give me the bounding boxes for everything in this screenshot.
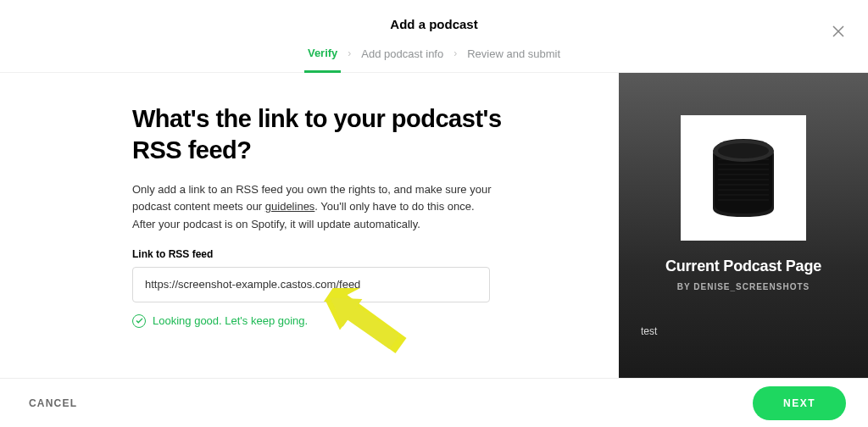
validation-row: Looking good. Let's keep going. <box>132 314 585 328</box>
modal-footer: CANCEL NEXT <box>0 378 868 427</box>
step-review: Review and submit <box>464 42 564 65</box>
form-panel: What's the link to your podcast's RSS fe… <box>0 73 619 395</box>
microphone-shield-image <box>696 130 791 225</box>
chevron-right-icon: › <box>453 47 457 59</box>
next-button[interactable]: NEXT <box>753 386 846 420</box>
step-verify[interactable]: Verify <box>304 42 341 73</box>
podcast-artwork <box>681 115 806 241</box>
check-circle-icon <box>132 314 146 328</box>
modal-title: Add a podcast <box>0 17 868 31</box>
step-add-info: Add podcast info <box>358 42 447 65</box>
form-description: Only add a link to an RSS feed you own t… <box>132 181 497 232</box>
podcast-title: Current Podcast Page <box>665 258 821 275</box>
validation-message: Looking good. Let's keep going. <box>153 314 308 327</box>
chevron-right-icon: › <box>348 47 351 59</box>
preview-panel: Current Podcast Page BY DENISE_SCREENSHO… <box>619 73 868 395</box>
modal-content: What's the link to your podcast's RSS fe… <box>0 73 868 395</box>
rss-input-label: Link to RSS feed <box>132 248 585 260</box>
cancel-button[interactable]: CANCEL <box>29 397 77 409</box>
step-indicator: Verify › Add podcast info › Review and s… <box>0 42 868 73</box>
close-icon <box>831 24 846 39</box>
podcast-note: test <box>641 325 657 337</box>
form-heading: What's the link to your podcast's RSS fe… <box>132 103 514 166</box>
rss-feed-input[interactable] <box>132 267 490 302</box>
guidelines-link[interactable]: guidelines <box>265 200 315 213</box>
close-button[interactable] <box>831 24 846 39</box>
podcast-author: BY DENISE_SCREENSHOTS <box>677 282 810 291</box>
modal-header: Add a podcast Verify › Add podcast info … <box>0 0 868 73</box>
svg-point-1 <box>718 143 769 158</box>
